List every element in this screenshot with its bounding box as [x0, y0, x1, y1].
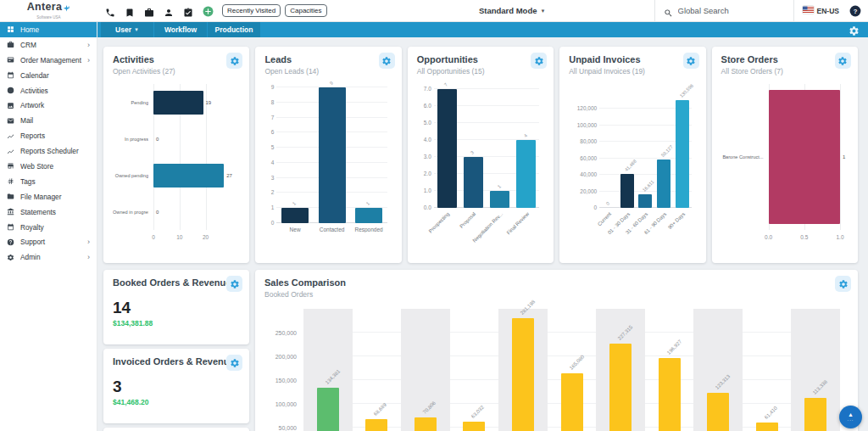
tab-workflow[interactable]: Workflow	[154, 22, 207, 37]
sidebar-item-label: Royalty	[20, 223, 90, 232]
widget-settings-button[interactable]	[226, 355, 242, 371]
global-search-input[interactable]	[678, 6, 773, 15]
bar-value-label: 1	[496, 184, 501, 189]
booked-orders-amount: $134,381.88	[113, 319, 240, 327]
bar-value-label: 7	[443, 82, 448, 87]
y-axis-tick: 100,000	[577, 122, 598, 128]
y-axis-tick: 0.0	[424, 204, 431, 210]
sidebar-item-label: Reports	[20, 132, 90, 140]
sidebar-item-web-store[interactable]: Web Store	[0, 159, 97, 174]
bar-value-label: 41,468	[623, 159, 637, 172]
widget-settings-button[interactable]	[379, 53, 395, 69]
widget-title: Store Orders	[721, 54, 849, 64]
x-axis-tick: 10	[176, 234, 182, 240]
sidebar-item-order-management[interactable]: Order Management›	[0, 53, 97, 68]
activities-widget: Activities Open Activities (27) 01020190…	[103, 47, 249, 263]
scroll-top-button[interactable]: ▲ ···	[839, 406, 862, 428]
widget-title: Activities	[113, 54, 240, 64]
bar-Contacted	[319, 87, 346, 223]
mode-selector[interactable]: Standard Mode ▼	[479, 6, 546, 15]
widget-title: Unpaid Invoices	[569, 54, 696, 64]
x-axis-category: Contacted	[314, 227, 350, 232]
bar-01 - 30 Days	[620, 174, 634, 208]
widget-settings-button[interactable]	[226, 53, 242, 69]
activities-chart: 01020190270PendingIn progressOwned pendi…	[113, 77, 240, 242]
sidebar-item-crm[interactable]: CRM›	[0, 37, 97, 53]
sidebar-item-activities[interactable]: Activities	[0, 83, 97, 98]
widget-settings-button[interactable]	[531, 53, 547, 69]
person-icon[interactable]	[164, 6, 174, 16]
bar-1	[365, 419, 387, 431]
y-axis-tick: 40,000	[580, 171, 597, 177]
widget-settings-button[interactable]	[835, 53, 851, 69]
locale-selector[interactable]: EN-US	[794, 6, 848, 15]
sidebar-item-reports-scheduler[interactable]: Reports Scheduler	[0, 143, 97, 159]
widget-settings-button[interactable]	[683, 53, 699, 69]
sidebar-item-statements[interactable]: Statements	[0, 204, 97, 220]
card-icon	[7, 56, 14, 64]
x-axis-tick: 0.5	[800, 234, 808, 240]
tasks-icon[interactable]	[183, 6, 193, 16]
bar-value-label: 227,315	[617, 324, 634, 341]
widget-settings-button[interactable]	[226, 276, 242, 292]
calendar-icon	[7, 223, 14, 231]
bar-31 - 60 Days	[638, 194, 652, 208]
help-button[interactable]: ?	[849, 5, 861, 17]
y-axis-tick: 20,000	[580, 188, 597, 194]
leads-chart: 1910123456789NewContactedResponded	[264, 77, 392, 237]
bar-value-label: 68,689	[373, 401, 387, 416]
bar-value-label: 70,806	[422, 400, 437, 415]
store-icon	[7, 162, 14, 170]
bar-Responded	[355, 208, 382, 223]
invoiced-orders-count: 3	[113, 378, 240, 396]
bar-Negotiation Rev...	[490, 191, 509, 208]
line-chart-icon	[7, 132, 14, 140]
sidebar-item-label: CRM	[20, 41, 81, 49]
brand-name: Antera	[27, 2, 62, 13]
sidebar-item-label: Tags	[20, 177, 90, 186]
tab-production[interactable]: Production	[208, 22, 260, 37]
invoiced-orders-widget: Invoiced Orders & Revenue 3 $41,468.20	[103, 349, 249, 423]
widget-subtitle: Open Activities (27)	[113, 67, 240, 76]
sidebar-item-artwork[interactable]: Artwork	[0, 98, 97, 113]
store-orders-widget: Store Orders All Store Orders (7) 0.00.5…	[712, 47, 858, 263]
toolbar-buttons: Recently VisitedCapacities	[222, 4, 327, 17]
x-axis-tick: 1.0	[836, 234, 843, 240]
bar-10	[804, 398, 826, 431]
dashboard-settings-gear-icon[interactable]	[849, 25, 860, 36]
sidebar-item-admin[interactable]: Admin›	[0, 249, 97, 265]
y-axis-category: Owned pending	[113, 173, 148, 178]
sidebar-item-tags[interactable]: Tags	[0, 174, 97, 189]
widget-settings-button[interactable]	[835, 276, 851, 292]
sidebar-item-home[interactable]: Home	[0, 22, 97, 37]
line-chart-icon	[7, 148, 14, 155]
slot: 68,689	[353, 309, 402, 431]
sidebar-item-file-manager[interactable]: File Manager	[0, 189, 97, 204]
capacities-button[interactable]: Capacities	[285, 4, 326, 17]
slot: 63,032	[450, 309, 499, 431]
bar-New	[281, 208, 309, 223]
recently-visited-button[interactable]: Recently Visited	[222, 4, 281, 17]
y-axis-tick: 60,000	[580, 155, 597, 161]
bar-Prospecting	[437, 89, 457, 208]
bar-Proposal	[464, 157, 483, 208]
slot: 196,927	[645, 309, 694, 431]
bar-2	[415, 417, 437, 431]
sidebar-item-support[interactable]: Support›	[0, 234, 97, 249]
sidebar-item-calendar[interactable]: Calendar	[0, 68, 97, 83]
briefcase-icon[interactable]	[144, 6, 154, 16]
add-icon[interactable]	[203, 5, 214, 16]
y-axis-tick: 200,000	[264, 354, 297, 360]
widget-title: Sales Comparison	[264, 277, 849, 288]
y-axis-tick: 1.0	[424, 188, 431, 193]
bookmark-icon[interactable]	[125, 6, 135, 16]
sidebar-item-mail[interactable]: Mail	[0, 113, 97, 128]
phone-icon[interactable]	[105, 6, 115, 16]
y-axis-tick: 250,000	[264, 330, 297, 336]
clock-icon	[7, 87, 14, 94]
sidebar-item-reports[interactable]: Reports	[0, 128, 97, 143]
brand-logo[interactable]: Antera Software USA	[0, 2, 97, 20]
band-slot: 70,806	[401, 309, 450, 431]
tab-user[interactable]: User▼	[101, 22, 153, 37]
sidebar-item-royalty[interactable]: Royalty	[0, 220, 97, 235]
